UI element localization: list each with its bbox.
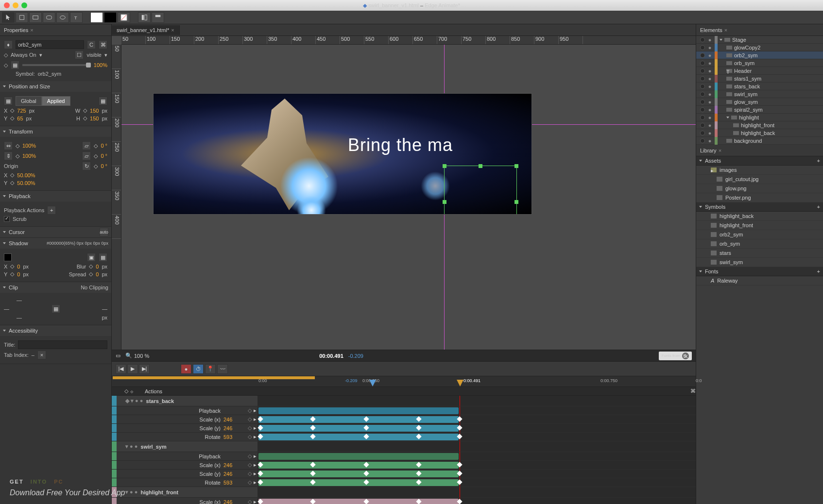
ruler-horizontal[interactable]: 5010015020025030035040045050055060065070… (121, 36, 696, 45)
symbol-highlight_front[interactable]: highlight_front (696, 221, 823, 230)
add-playback-action[interactable]: + (47, 206, 56, 215)
add-asset-button[interactable]: + (817, 158, 820, 164)
visibility-icon[interactable]: ● (707, 122, 713, 128)
opacity-slider[interactable] (22, 64, 91, 66)
close-window-button[interactable] (4, 2, 10, 8)
layer-orb2_sym[interactable]: ●orb2_sym (696, 51, 823, 59)
prop-Playback[interactable]: Playback◇▸ (112, 452, 257, 461)
document-tab[interactable]: swirl_banner_v1.html*× (112, 25, 180, 35)
visibility-icon[interactable]: ● (707, 45, 713, 50)
properties-tab[interactable]: Properties× (0, 24, 111, 36)
play-button[interactable]: ▶ (127, 364, 138, 374)
pin-button[interactable]: 📍 (205, 364, 216, 374)
skew-y-value[interactable]: 0 ° (101, 153, 107, 159)
asset-girl_cutout.jpg[interactable]: girl_cutout.jpg (696, 175, 823, 184)
zoom-window-button[interactable] (21, 2, 27, 8)
shadow-type-outer[interactable]: ▣ (87, 253, 96, 262)
symbol-stars[interactable]: stars (696, 249, 823, 258)
shadow-color-swatch[interactable] (4, 253, 12, 261)
accessibility-section-header[interactable]: Accessibility (0, 325, 111, 336)
add-font-button[interactable]: + (817, 269, 820, 274)
visibility-icon[interactable]: ● (707, 60, 713, 66)
symbol-swirl_sym[interactable]: swirl_sym (696, 258, 823, 267)
cursor-auto-button[interactable]: auto (100, 228, 108, 236)
layer-stars_back[interactable]: ●stars_back (696, 83, 823, 90)
shadow-type-inner[interactable]: ▦ (99, 253, 107, 262)
prop-Playback[interactable]: Playback◇▸ (112, 406, 257, 415)
auto-transition-button[interactable]: ⏱ (193, 364, 204, 374)
layer-highlight_front[interactable]: ●highlight_front (696, 121, 823, 129)
prop-Scale (x)[interactable]: Scale (x)246◇▸ (112, 498, 257, 504)
elements-tab[interactable]: Elements× (696, 24, 823, 36)
skew-x-value[interactable]: 0 ° (101, 143, 107, 149)
scale-x-value[interactable]: 100% (22, 143, 36, 149)
add-keyframe-button[interactable]: ◇ (246, 425, 254, 431)
add-keyframe-button[interactable]: ◇ (246, 416, 254, 422)
symbols-section[interactable]: Symbols+ (696, 202, 823, 212)
auto-keyframe-button[interactable]: ● (181, 364, 191, 374)
timeline-ruler[interactable]: 0:00 -0.209 0:00.250 0:00.491 0:00.750 0… (112, 376, 696, 387)
add-keyframe-button[interactable]: ◇ (246, 407, 254, 414)
layer-glowCopy2[interactable]: ●glowCopy2 (696, 44, 823, 51)
rewind-button[interactable]: |◀ (116, 364, 126, 374)
asset-Poster.png[interactable]: Poster.png (696, 193, 823, 202)
element-name-input[interactable]: orb2_sym (16, 40, 84, 49)
scale-y-value[interactable]: 100% (22, 153, 36, 159)
no-fill-swatch[interactable] (118, 12, 130, 23)
add-keyframe-button[interactable]: ◇ (246, 479, 254, 486)
playback-section-header[interactable]: Playback (0, 191, 111, 202)
position-section-header[interactable]: Position and Size (0, 81, 111, 92)
add-keyframe-button[interactable]: ◇ (246, 462, 254, 468)
text-tool[interactable]: T (70, 12, 83, 23)
visibility-icon[interactable]: ● (707, 99, 713, 105)
minimize-window-button[interactable] (13, 2, 18, 8)
prop-Rotate[interactable]: Rotate593◇▸ (112, 433, 257, 441)
asset-glow.png[interactable]: glow.png (696, 184, 823, 193)
shadow-x[interactable]: 0 (17, 264, 20, 269)
visibility-icon[interactable]: ● (707, 68, 713, 74)
layer-Header[interactable]: ●THeader (696, 67, 823, 75)
visibility-icon[interactable]: ● (707, 84, 713, 89)
prop-Scale (x)[interactable]: Scale (x)246◇▸ (112, 461, 257, 470)
stage-viewport[interactable]: 5010015020025030035040045050055060065070… (112, 36, 696, 350)
forward-button[interactable]: ▶| (139, 364, 150, 374)
playhead-marker[interactable] (457, 380, 463, 386)
library-tab[interactable]: Library× (696, 145, 823, 156)
pin-marker[interactable] (369, 380, 376, 386)
cursor-section-header[interactable]: Cursorauto (0, 227, 111, 237)
visibility-icon[interactable]: ● (707, 107, 713, 113)
selection-box[interactable] (444, 166, 517, 215)
layout-defaults[interactable] (152, 12, 164, 23)
origin-y-value[interactable]: 50.00% (17, 180, 35, 186)
bg-color-swatch[interactable] (90, 12, 103, 23)
display-icon[interactable]: ▦ (11, 61, 19, 69)
ellipse-tool[interactable] (56, 12, 69, 23)
layer-spiral2_sym[interactable]: ●spiral2_sym (696, 106, 823, 114)
assets-section[interactable]: Assets+ (696, 156, 823, 166)
visibility-icon[interactable]: ● (707, 76, 713, 82)
selection-tool[interactable] (2, 12, 15, 23)
prop-Scale (y)[interactable]: Scale (y)246◇▸ (112, 424, 257, 433)
folder-images[interactable]: ▸images (696, 166, 823, 175)
origin-x-value[interactable]: 50.00% (17, 172, 35, 178)
shadow-y[interactable]: 0 (17, 271, 20, 277)
title-input[interactable] (18, 340, 107, 349)
height-value[interactable]: 150 (90, 116, 99, 121)
visibility-icon[interactable]: ● (707, 130, 713, 136)
fg-color-swatch[interactable] (104, 12, 117, 23)
transform-tool[interactable] (16, 12, 28, 23)
shadow-section-header[interactable]: Shadow#000000(65%) 0px 0px 0px 0px (0, 238, 111, 249)
visibility-icon[interactable]: ● (707, 91, 713, 97)
prop-Scale (x)[interactable]: Scale (x)246◇▸ (112, 415, 257, 424)
add-keyframe-button[interactable]: ◇ (246, 453, 254, 459)
track-swirl_sym[interactable]: ▾ ● ● swirl_sym (112, 441, 257, 452)
prop-Rotate[interactable]: Rotate593◇▸ (112, 478, 257, 487)
shadow-spread[interactable]: 0 (96, 271, 99, 277)
layer-background[interactable]: ●background (696, 137, 823, 145)
coord-icon[interactable]: ▦ (4, 97, 13, 105)
pos-y-value[interactable]: 65 (17, 116, 23, 121)
transform-section-header[interactable]: Transform (0, 126, 111, 137)
clip-section-header[interactable]: ClipNo Clipping (0, 282, 111, 293)
scrub-checkbox[interactable] (4, 216, 10, 222)
stage-composition[interactable]: Bring the ma (153, 93, 532, 215)
